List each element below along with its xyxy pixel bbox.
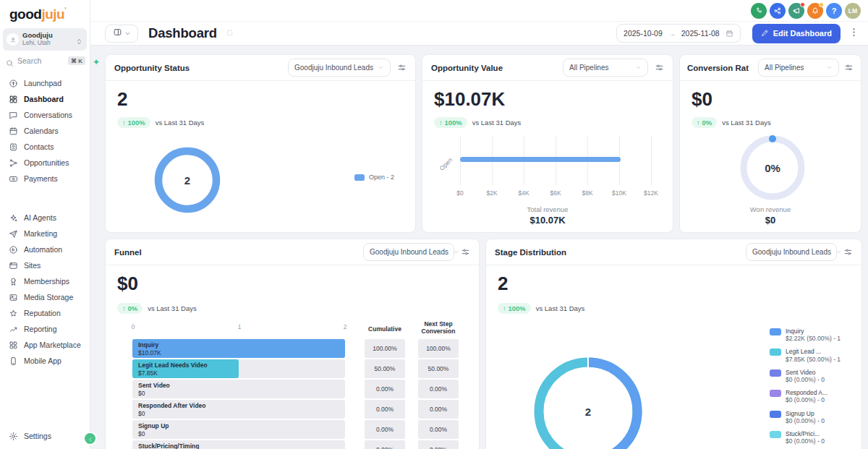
- x-tick-label: $2K: [477, 189, 506, 197]
- status-legend[interactable]: Open - 2: [354, 174, 394, 181]
- sidebar-item-reputation[interactable]: Reputation: [0, 305, 90, 321]
- stage-value: $7.85K: [138, 369, 208, 377]
- funnel-stage-row[interactable]: Legit Lead Needs Video$7.85K: [132, 359, 345, 378]
- pipeline-filter-select[interactable]: All Pipelines: [563, 59, 648, 77]
- account-avatar-icon: [7, 33, 19, 46]
- payments-icon: [9, 174, 18, 184]
- pipeline-filter-select[interactable]: Goodjuju Inbound Leads: [288, 59, 391, 77]
- nav-secondary: AI AgentsMarketingAutomationSitesMembers…: [0, 210, 90, 369]
- sidebar-collapse-button[interactable]: [85, 433, 95, 444]
- stage-name: Legit Lead Needs Video: [138, 362, 208, 369]
- sidebar-item-label: Dashboard: [24, 95, 64, 103]
- cumulative-cell: 50.00%: [365, 359, 405, 378]
- pipeline-filter-select[interactable]: Goodjuju Inbound Leads: [363, 243, 454, 261]
- sidebar-item-opportunities[interactable]: Opportunities: [0, 155, 90, 171]
- main-content: Opportunity Status Goodjuju Inbound Lead…: [90, 46, 868, 449]
- ai-spark-icon[interactable]: ✦: [93, 57, 100, 67]
- sidebar-item-contacts[interactable]: Contacts: [0, 139, 90, 155]
- user-avatar[interactable]: LM: [845, 3, 861, 19]
- kebab-menu-icon[interactable]: [848, 27, 859, 40]
- launchpad-icon: [9, 79, 18, 88]
- legend-label: Open - 2: [369, 174, 394, 181]
- media-storage-icon: [9, 293, 18, 302]
- sidebar-item-label: Launchpad: [24, 79, 61, 87]
- funnel-stage-row[interactable]: Signup Up$0: [132, 420, 345, 439]
- sliders-icon[interactable]: [655, 63, 664, 72]
- vs-label: vs Last 31 Days: [536, 304, 585, 312]
- value-bar-chart: Open $0$2K$4K$6K$8K$10K$12K: [422, 133, 673, 200]
- cumulative-cell: 0.00%: [365, 440, 405, 449]
- sidebar-item-payments[interactable]: Payments: [0, 171, 90, 187]
- value-bar[interactable]: [460, 157, 621, 162]
- sliders-icon[interactable]: [397, 63, 407, 72]
- date-range-picker[interactable]: 2025-10-09 → 2025-11-08: [616, 24, 741, 43]
- funnel-axis-label: 1: [232, 323, 247, 330]
- sidebar-item-memberships[interactable]: Memberships: [0, 273, 90, 289]
- legend-detail: $7.85K (50.00%) - 1: [786, 356, 841, 363]
- funnel-stage-row[interactable]: Inquiry$10.07K: [132, 339, 345, 358]
- conversion-rate-card: Conversion Rat All Pipelines $0 ↑ 0% vs …: [679, 54, 861, 233]
- stage-legend-item[interactable]: Legit Lead ...$7.85K (50.00%) - 1: [770, 348, 841, 362]
- sidebar-item-label: Calendars: [24, 127, 59, 135]
- sliders-icon[interactable]: [461, 247, 470, 257]
- sidebar-item-dashboard[interactable]: Dashboard: [0, 91, 90, 107]
- sidebar-item-reporting[interactable]: Reporting: [0, 321, 90, 337]
- stage-legend-item[interactable]: Stuck/Prici...$0 (0.00%) - 0: [770, 430, 841, 445]
- sidebar-item-ai-agents[interactable]: AI Agents: [0, 210, 90, 226]
- sidebar-item-mobile-app[interactable]: Mobile App: [0, 353, 90, 369]
- card-title: Stage Distribution: [495, 248, 566, 257]
- title-square-icon: [226, 27, 234, 40]
- pipeline-filter-select[interactable]: All Pipelines: [758, 59, 839, 77]
- filter-value: Goodjuju Inbound Leads: [294, 64, 373, 72]
- won-revenue-label: Won revenue: [680, 205, 861, 213]
- sidebar-item-media-storage[interactable]: Media Storage: [0, 289, 90, 305]
- hub-icon[interactable]: [770, 3, 786, 19]
- next-step-cells: 100.00%50.00%0.00%0.00%0.00%0.00%: [418, 339, 459, 449]
- phone-icon[interactable]: [751, 3, 767, 19]
- bell-icon[interactable]: [807, 3, 823, 19]
- chevron-down-icon: [124, 27, 131, 40]
- stage-name: Inquiry: [138, 341, 161, 349]
- sidebar-item-label: Media Storage: [24, 293, 73, 302]
- legend-name: Responded A...: [786, 389, 827, 396]
- stage-value: $0: [138, 390, 170, 398]
- sidebar-item-launchpad[interactable]: Launchpad: [0, 75, 90, 91]
- sidebar-item-sites[interactable]: Sites: [0, 257, 90, 273]
- pipeline-filter-select[interactable]: Goodjuju Inbound Leads: [746, 243, 837, 261]
- sidebar-item-marketing[interactable]: Marketing: [0, 226, 90, 241]
- sidebar-item-label: AI Agents: [24, 213, 56, 222]
- sliders-icon[interactable]: [843, 247, 853, 257]
- brand-logo[interactable]: goodjuju': [0, 0, 90, 22]
- page-header: Dashboard 2025-10-09 → 2025-11-08 Edit D…: [90, 22, 868, 46]
- legend-detail: $2.22K (50.00%) - 1: [786, 335, 841, 342]
- stage-legend-item[interactable]: Signup Up$0 (0.00%) - 0: [770, 410, 841, 424]
- search-input[interactable]: Search ⌘ K: [6, 56, 85, 65]
- dashboard-selector-button[interactable]: [105, 25, 138, 43]
- sidebar-item-app-marketplace[interactable]: App Marketplace: [0, 337, 90, 353]
- legend-name: Legit Lead ...: [786, 348, 841, 355]
- account-switcher[interactable]: Goodjuju Lehi, Utah: [3, 28, 87, 51]
- card-title: Conversion Rat: [687, 64, 749, 72]
- updown-chevron-icon: [75, 35, 83, 43]
- stage-distribution-card: Stage Distribution Goodjuju Inbound Lead…: [485, 239, 862, 449]
- help-icon[interactable]: ?: [826, 3, 842, 19]
- funnel-stage-row[interactable]: Stuck/Pricing/Timing$0: [132, 440, 345, 449]
- funnel-stage-row[interactable]: Sent Video$0: [132, 380, 345, 398]
- stage-legend-item[interactable]: Responded A...$0 (0.00%) - 0: [770, 389, 841, 403]
- automation-icon: [9, 245, 18, 255]
- sidebar-item-settings[interactable]: Settings: [0, 428, 90, 444]
- funnel-stage-row[interactable]: Responded After Video$0: [132, 400, 345, 419]
- legend-chip: [354, 174, 365, 181]
- legend-detail: $0 (0.00%) - 0: [786, 437, 825, 445]
- sidebar-item-calendars[interactable]: Calendars: [0, 123, 90, 139]
- edit-dashboard-button[interactable]: Edit Dashboard: [752, 24, 841, 43]
- settings-label: Settings: [24, 432, 51, 440]
- edit-dashboard-label: Edit Dashboard: [773, 29, 832, 38]
- megaphone-icon[interactable]: [788, 3, 804, 19]
- legend-name: Inquiry: [786, 328, 841, 335]
- stage-legend-item[interactable]: Inquiry$2.22K (50.00%) - 1: [770, 328, 841, 342]
- stage-legend-item[interactable]: Sent Video$0 (0.00%) - 0: [770, 369, 841, 383]
- sidebar-item-conversations[interactable]: Conversations: [0, 107, 90, 123]
- sliders-icon[interactable]: [844, 63, 854, 72]
- sidebar-item-automation[interactable]: Automation: [0, 241, 90, 257]
